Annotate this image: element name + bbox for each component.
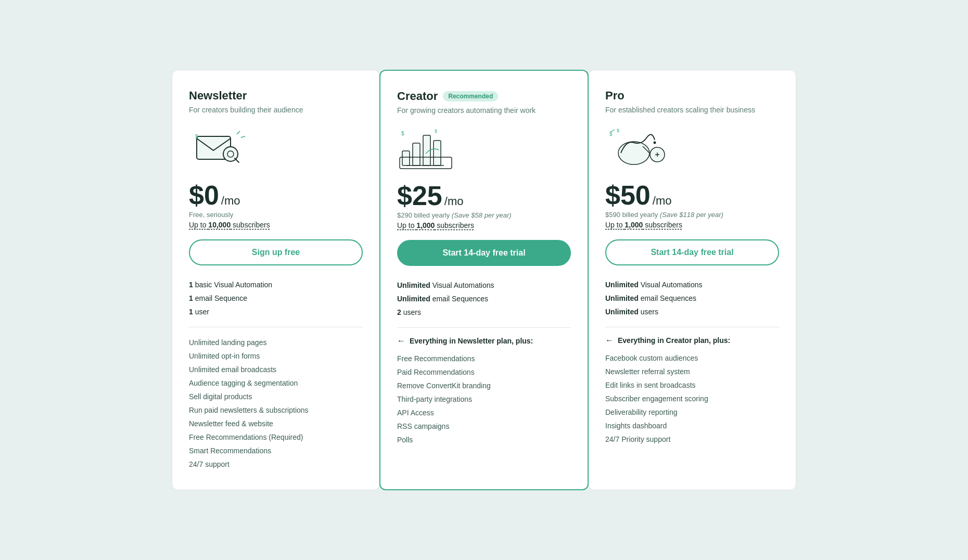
price-period-newsletter: /mo [221, 194, 240, 208]
pricing-container: NewsletterFor creators building their au… [172, 70, 796, 490]
plan-card-newsletter: NewsletterFor creators building their au… [172, 70, 380, 490]
svg-line-6 [241, 136, 245, 137]
secondary-features-creator: Free RecommendationsPaid Recommendations… [397, 352, 571, 447]
price-period-creator: /mo [444, 195, 464, 208]
price-note-creator: $290 billed yearly (Save $58 per year) [397, 211, 571, 219]
secondary-feature-item: 24/7 Priority support [605, 432, 779, 446]
primary-feature-item: Unlimited email Sequences [605, 291, 779, 305]
svg-text:$: $ [617, 128, 619, 133]
primary-feature-item: Unlimited users [605, 305, 779, 319]
divider-newsletter [189, 327, 363, 327]
subscribers-pro: Up to 1,000 subscribers [605, 221, 779, 229]
svg-line-5 [237, 131, 240, 134]
primary-features-newsletter: 1 basic Visual Automation1 email Sequenc… [189, 278, 363, 319]
recommended-badge: Recommended [443, 91, 498, 101]
primary-feature-item: Unlimited Visual Automations [605, 278, 779, 291]
svg-text:$: $ [195, 134, 198, 139]
svg-line-3 [235, 158, 239, 162]
price-row-creator: $25 /mo [397, 182, 571, 209]
secondary-feature-item: Audience tagging & segmentation [189, 376, 363, 390]
secondary-features-pro: Facebook custom audiencesNewsletter refe… [605, 351, 779, 446]
subscribers-creator: Up to 1,000 subscribers [397, 221, 571, 230]
secondary-features-newsletter: Unlimited landing pagesUnlimited opt-in … [189, 336, 363, 471]
svg-point-15 [618, 142, 649, 164]
plan-btn-newsletter[interactable]: Sign up free [189, 239, 363, 265]
plan-desc-pro: For established creators scaling their b… [605, 106, 779, 114]
divider-pro [605, 327, 779, 327]
secondary-feature-item: Newsletter feed & website [189, 417, 363, 430]
plan-illustration-pro: $ $ [605, 124, 779, 171]
plan-illustration-newsletter: $ [189, 124, 363, 171]
price-period-pro: /mo [653, 194, 672, 208]
secondary-feature-item: Paid Recommendations [397, 365, 571, 379]
svg-text:$: $ [435, 129, 437, 134]
everything-in-pro: ← Everything in Creator plan, plus: [605, 336, 779, 345]
secondary-feature-item: Polls [397, 433, 571, 447]
secondary-feature-item: Deliverability reporting [605, 405, 779, 419]
secondary-feature-item: Insights dashboard [605, 419, 779, 432]
plan-desc-creator: For growing creators automating their wo… [397, 106, 571, 114]
primary-features-pro: Unlimited Visual AutomationsUnlimited em… [605, 278, 779, 319]
primary-feature-item: Unlimited Visual Automations [397, 278, 571, 292]
svg-rect-7 [402, 151, 410, 166]
secondary-feature-item: Unlimited opt-in forms [189, 349, 363, 363]
plan-desc-newsletter: For creators building their audience [189, 106, 363, 114]
secondary-feature-item: Free Recommendations (Required) [189, 430, 363, 444]
secondary-feature-item: Edit links in sent broadcasts [605, 378, 779, 392]
secondary-feature-item: Smart Recommendations [189, 444, 363, 457]
plan-header-newsletter: Newsletter [189, 89, 363, 103]
price-amount-creator: $25 [397, 182, 442, 209]
everything-in-creator: ← Everything in Newsletter plan, plus: [397, 336, 571, 346]
svg-text:$: $ [401, 131, 404, 136]
price-amount-newsletter: $0 [189, 182, 219, 209]
plan-name-newsletter: Newsletter [189, 89, 247, 103]
plan-illustration-creator: $ $ [397, 125, 571, 172]
divider-creator [397, 327, 571, 328]
secondary-feature-item: Facebook custom audiences [605, 351, 779, 365]
price-row-newsletter: $0 /mo [189, 182, 363, 209]
price-note-newsletter: Free, seriously [189, 211, 363, 219]
secondary-feature-item: Sell digital products [189, 390, 363, 403]
subscribers-newsletter: Up to 10,000 subscribers [189, 221, 363, 229]
arrow-icon: ← [605, 336, 614, 345]
svg-rect-10 [434, 141, 441, 166]
plan-name-creator: Creator [397, 90, 438, 103]
arrow-icon: ← [397, 336, 405, 346]
secondary-feature-item: Free Recommendations [397, 352, 571, 365]
svg-rect-8 [413, 143, 420, 166]
plan-header-creator: CreatorRecommended [397, 90, 571, 103]
secondary-feature-item: Third-party integrations [397, 392, 571, 406]
primary-feature-item: 1 basic Visual Automation [189, 278, 363, 291]
primary-features-creator: Unlimited Visual AutomationsUnlimited em… [397, 278, 571, 319]
plan-btn-creator[interactable]: Start 14-day free trial [397, 240, 571, 266]
price-amount-pro: $50 [605, 182, 651, 209]
plan-card-pro: ProFor established creators scaling thei… [588, 70, 796, 490]
section-label: Everything in Newsletter plan, plus: [410, 337, 533, 345]
plan-btn-pro[interactable]: Start 14-day free trial [605, 239, 779, 265]
secondary-feature-item: Unlimited email broadcasts [189, 363, 363, 376]
plan-header-pro: Pro [605, 89, 779, 103]
section-label: Everything in Creator plan, plus: [618, 336, 730, 345]
primary-feature-item: Unlimited email Sequences [397, 292, 571, 306]
secondary-feature-item: Newsletter referral system [605, 365, 779, 378]
secondary-feature-item: Remove ConvertKit branding [397, 379, 571, 392]
primary-feature-item: 1 user [189, 305, 363, 319]
secondary-feature-item: API Access [397, 406, 571, 419]
price-row-pro: $50 /mo [605, 182, 779, 209]
plan-card-creator: CreatorRecommendedFor growing creators a… [379, 70, 589, 490]
secondary-feature-item: Run paid newsletters & subscriptions [189, 403, 363, 417]
plan-name-pro: Pro [605, 89, 625, 103]
secondary-feature-item: Subscriber engagement scoring [605, 392, 779, 405]
secondary-feature-item: 24/7 support [189, 457, 363, 471]
price-note-pro: $590 billed yearly (Save $118 per year) [605, 211, 779, 219]
svg-point-16 [654, 142, 656, 144]
secondary-feature-item: RSS campaigns [397, 419, 571, 433]
primary-feature-item: 2 users [397, 306, 571, 319]
secondary-feature-item: Unlimited landing pages [189, 336, 363, 349]
primary-feature-item: 1 email Sequence [189, 291, 363, 305]
